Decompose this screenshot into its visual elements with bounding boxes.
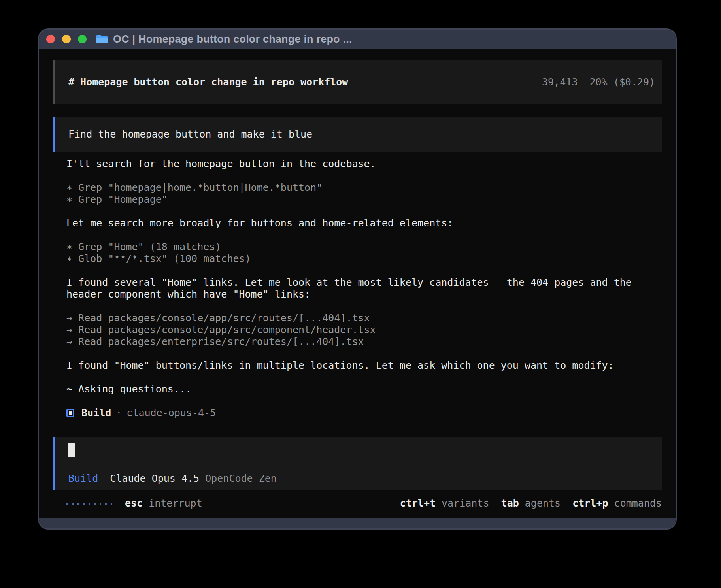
ctrl-t-key: ctrl+t (400, 498, 436, 509)
progress-dot (66, 503, 68, 505)
progress-dot (89, 503, 90, 505)
tool-call-group: ∗ Grep "Home" (18 matches) ∗ Glob "**/*.… (66, 241, 662, 265)
tool-call-read: → Read packages/console/app/src/routes/[… (66, 312, 662, 324)
build-agent-icon (66, 409, 74, 417)
commands-hint: ctrl+p commands (572, 498, 662, 509)
commands-label: commands (614, 498, 662, 509)
status-bar: esc interrupt ctrl+t variants tab agents… (53, 497, 662, 510)
zoom-button[interactable] (78, 35, 87, 43)
progress-dot (94, 503, 96, 505)
progress-dot (100, 503, 101, 505)
progress-dot (77, 503, 79, 505)
progress-dot (105, 503, 107, 505)
assistant-text: I found "Home" buttons/links in multiple… (66, 360, 662, 371)
folder-icon (96, 34, 108, 44)
input-provider-label: OpenCode Zen (205, 473, 277, 484)
tool-call-group: → Read packages/console/app/src/routes/[… (66, 312, 662, 348)
asking-questions-text: ~ Asking questions... (66, 383, 662, 395)
keyboard-hints: ctrl+t variants tab agents ctrl+p comman… (400, 498, 662, 509)
input-footer: Build Claude Opus 4.5 OpenCode Zen (68, 473, 648, 484)
traffic-lights (46, 35, 87, 43)
agents-hint: tab agents (501, 498, 561, 509)
window-title: OC | Homepage button color change in rep… (113, 33, 352, 45)
agent-model: claude-opus-4-5 (126, 407, 216, 419)
assistant-paragraph: I found "Home" buttons/links in multiple… (66, 360, 662, 371)
window-bottom-chrome (39, 518, 676, 528)
input-mode-label[interactable]: Build (68, 473, 98, 484)
session-stats: 39,413 20% ($0.29) (542, 76, 655, 88)
session-header: # Homepage button color change in repo w… (53, 60, 662, 104)
tool-call-read: → Read packages/enterprise/src/routes/[.… (66, 336, 662, 348)
tool-call-grep: ∗ Grep "Homepage" (66, 194, 662, 205)
progress-dots-icon (66, 503, 112, 505)
tool-call-read: → Read packages/console/app/src/componen… (66, 324, 662, 336)
tool-call-group: ∗ Grep "homepage|home.*button|Home.*butt… (66, 182, 662, 205)
progress-dot (72, 503, 74, 505)
input-model-label: Claude Opus 4.5 (110, 473, 199, 484)
progress-dot (83, 503, 85, 505)
tool-call-glob: ∗ Glob "**/*.tsx" (100 matches) (66, 253, 662, 265)
agent-status-line: Build · claude-opus-4-5 (66, 407, 662, 419)
close-button[interactable] (46, 35, 55, 43)
assistant-text: I found several "Home" links. Let me loo… (66, 277, 662, 288)
agent-name: Build (81, 407, 111, 419)
assistant-paragraph: Let me search more broadly for buttons a… (66, 217, 662, 229)
session-title: # Homepage button color change in repo w… (68, 76, 348, 88)
tool-call-grep: ∗ Grep "Home" (18 matches) (66, 241, 662, 253)
separator-dot: · (116, 407, 122, 419)
assistant-text: Let me search more broadly for buttons a… (66, 217, 662, 229)
assistant-status: ~ Asking questions... (66, 383, 662, 395)
prompt-input[interactable]: Build Claude Opus 4.5 OpenCode Zen (53, 437, 662, 490)
assistant-text: header component which have "Home" links… (66, 288, 662, 300)
assistant-paragraph: I found several "Home" links. Let me loo… (66, 277, 662, 300)
variants-label: variants (442, 498, 489, 509)
tab-key: tab (501, 498, 519, 509)
agents-label: agents (525, 498, 561, 509)
user-message-text: Find the homepage button and make it blu… (68, 128, 312, 140)
user-message: Find the homepage button and make it blu… (53, 117, 662, 152)
assistant-text: I'll search for the homepage button in t… (66, 158, 662, 170)
esc-label: interrupt (149, 498, 202, 509)
assistant-paragraph: I'll search for the homepage button in t… (66, 158, 662, 170)
terminal-window: OC | Homepage button color change in rep… (38, 28, 677, 530)
esc-key: esc (125, 498, 143, 509)
progress-dot (111, 503, 112, 505)
minimize-button[interactable] (62, 35, 71, 43)
tool-call-grep: ∗ Grep "homepage|home.*button|Home.*butt… (66, 182, 662, 194)
variants-hint: ctrl+t variants (400, 498, 489, 509)
ctrl-p-key: ctrl+p (572, 498, 608, 509)
esc-hint: esc interrupt (125, 498, 202, 509)
terminal-content: # Homepage button color change in repo w… (39, 49, 676, 518)
text-cursor (68, 443, 75, 457)
window-titlebar[interactable]: OC | Homepage button color change in rep… (39, 30, 676, 49)
